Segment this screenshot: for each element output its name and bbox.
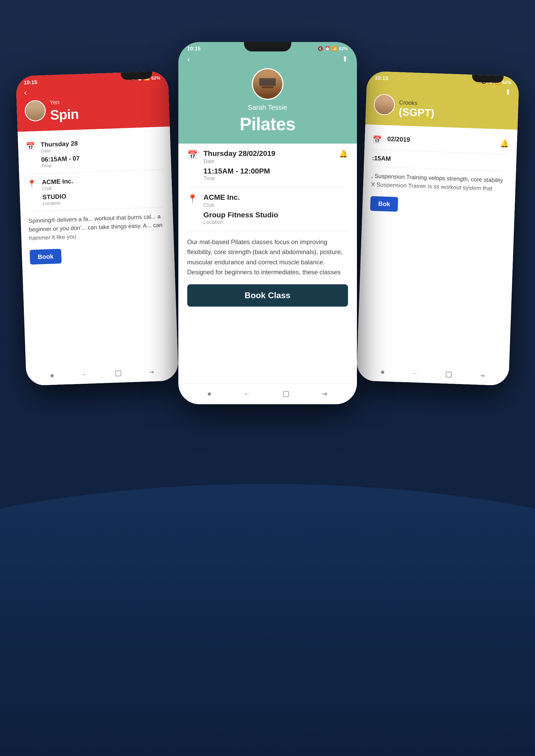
book-class-button[interactable]: Book Class	[187, 284, 348, 307]
center-phone: 10:15 🔇 ⏰ 📶 62% ‹ ⬆ Sarah Tes	[178, 42, 357, 404]
right-phone: 10:15 🔇 ⏰ 📶 62% ⬆ Crooks (SGPT)	[356, 71, 520, 386]
center-notification-bell[interactable]: 🔔	[339, 149, 348, 158]
left-calendar-icon: 📅	[26, 142, 36, 151]
center-trainer-avatar	[252, 68, 283, 100]
left-location-row: 📍 ACME Inc. Club STUDIO Location	[27, 170, 165, 212]
center-description: Our mat-based Pilates classes focus on i…	[187, 231, 348, 282]
center-nav-dot	[208, 392, 211, 395]
left-nav-bar: ← ⇥	[26, 362, 179, 386]
center-location-sublabel: Location	[204, 219, 348, 225]
left-phone-notch	[121, 71, 152, 80]
center-location-icon: 📍	[187, 194, 198, 204]
center-location-value: Group Fitness Studio	[204, 211, 348, 219]
center-calendar-icon: 📅	[187, 150, 198, 160]
center-date-value: Thursday 28/02/2019	[204, 149, 333, 158]
center-trainer-name: Sarah Tessie	[187, 103, 348, 112]
center-club-value: ACME Inc.	[204, 193, 348, 202]
right-trainer-avatar	[374, 94, 395, 116]
right-book-button[interactable]: Bok	[370, 196, 398, 212]
right-phone-notch	[472, 74, 504, 83]
right-time-value: :15AM	[372, 154, 391, 162]
left-time-value: 06:15AM - 07	[41, 155, 80, 163]
center-time-value: 11:15AM - 12:00PM	[204, 167, 333, 176]
center-date-sublabel: Date	[204, 158, 333, 164]
center-nav-bar: ← ⇥	[178, 383, 357, 404]
left-location-label: Location	[42, 200, 74, 206]
left-trainer-name: Yen	[50, 98, 78, 106]
right-class-title: (SGPT)	[399, 106, 435, 119]
left-location-value: STUDIO	[42, 192, 74, 201]
left-phone: 10:15 🔇 ⏰ 📶 62% ‹ Yen Spin	[16, 71, 179, 386]
center-back-button[interactable]: ‹	[187, 54, 190, 64]
left-nav-back[interactable]: ←	[82, 371, 88, 378]
right-nav-dot	[381, 371, 384, 374]
right-nav-back[interactable]: ←	[412, 370, 418, 377]
right-content: 📅 02/2019 🔔 :15AM , Suspension Training …	[362, 124, 518, 221]
left-content: 📅 Thursday 28 Date 06:15AM - 07 Time 📍 A…	[17, 126, 175, 270]
center-share-button[interactable]: ⬆	[342, 55, 348, 63]
left-club-value: ACME Inc.	[42, 177, 73, 186]
right-nav-recent[interactable]: ⇥	[480, 372, 485, 379]
right-share-icon[interactable]: ⬆	[505, 88, 511, 96]
right-time: 10:15	[375, 75, 388, 81]
center-club-sublabel: Club	[204, 202, 348, 208]
left-class-title: Spin	[50, 106, 79, 123]
left-trainer-avatar	[24, 100, 46, 122]
left-book-button[interactable]: Book	[30, 249, 62, 265]
left-location-icon: 📍	[27, 179, 37, 189]
center-class-title: Pilates	[187, 114, 348, 134]
right-calendar-icon: 📅	[373, 135, 382, 145]
left-time: 10:15	[24, 79, 37, 86]
center-status-icons: 🔇 ⏰ 📶 62%	[318, 46, 348, 51]
center-phone-notch	[244, 42, 291, 51]
center-nav-home[interactable]	[283, 391, 289, 397]
center-location-row: 📍 ACME Inc. Club Group Fitness Studio Lo…	[187, 187, 348, 231]
center-date-row: 📅 Thursday 28/02/2019 Date 11:15AM - 12:…	[187, 144, 348, 187]
left-time-label: Time	[41, 162, 80, 169]
right-nav-home[interactable]	[446, 371, 452, 377]
left-date-value: Thursday 28	[41, 140, 79, 148]
right-notification-bell[interactable]: 🔔	[500, 139, 509, 148]
right-nav-bar: ← ⇥	[356, 362, 509, 386]
left-date-label: Date	[41, 147, 79, 154]
right-trainer-name: Crooks	[399, 99, 435, 107]
left-date-row: 📅 Thursday 28 Date 06:15AM - 07 Time	[26, 132, 164, 174]
left-nav-dot	[51, 374, 54, 377]
right-date-value: 02/2019	[387, 135, 410, 143]
left-nav-recent[interactable]: ⇥	[149, 369, 154, 376]
center-header-nav: ‹ ⬆	[187, 54, 348, 64]
left-club-label: Club	[42, 185, 73, 191]
left-nav-home[interactable]	[115, 370, 121, 376]
center-time-sublabel: Time	[204, 176, 333, 181]
center-time: 10:15	[187, 46, 201, 52]
center-nav-back[interactable]: ←	[243, 390, 250, 398]
center-nav-recent[interactable]: ⇥	[322, 390, 327, 398]
center-content: 📅 Thursday 28/02/2019 Date 11:15AM - 12:…	[178, 144, 357, 307]
